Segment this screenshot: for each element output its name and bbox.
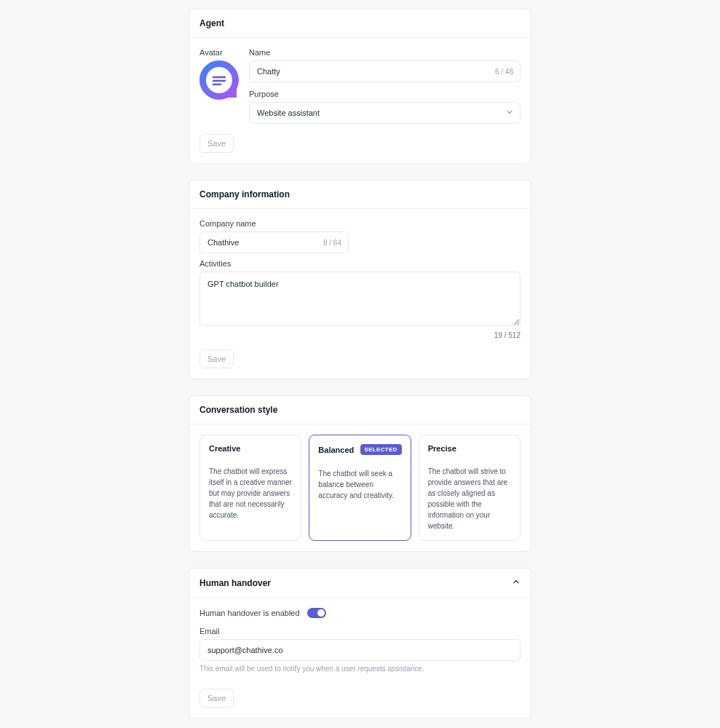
agent-section: Agent Avatar — [189, 9, 531, 164]
company-section: Company information Company name 8 / 64 … — [189, 180, 531, 379]
style-title: Precise — [428, 444, 456, 453]
purpose-label: Purpose — [249, 90, 521, 98]
handover-toggle[interactable] — [307, 608, 326, 618]
activities-textarea[interactable] — [199, 272, 521, 326]
avatar-icon — [199, 60, 239, 100]
name-label: Name — [249, 48, 521, 57]
style-option-creative[interactable]: Creative The chatbot will express itself… — [199, 435, 301, 541]
handover-header[interactable]: Human handover — [189, 569, 531, 598]
conversation-style-title: Conversation style — [199, 405, 521, 415]
handover-section: Human handover Human handover is enabled… — [189, 568, 531, 719]
avatar[interactable] — [199, 60, 239, 100]
company-title: Company information — [199, 189, 521, 199]
style-option-precise[interactable]: Precise The chatbot will strive to provi… — [419, 435, 521, 541]
purpose-select[interactable]: Website assistant — [249, 102, 521, 124]
activities-counter: 19 / 512 — [199, 331, 521, 339]
style-desc: The chatbot will strive to provide answe… — [428, 466, 511, 531]
agent-title: Agent — [199, 18, 521, 28]
name-input[interactable] — [249, 60, 521, 82]
avatar-label: Avatar — [199, 48, 239, 57]
company-header: Company information — [189, 181, 531, 209]
agent-save-button[interactable]: Save — [199, 134, 234, 153]
handover-email-label: Email — [199, 627, 521, 636]
handover-email-helper: This email will be used to notify you wh… — [199, 665, 521, 673]
style-option-balanced[interactable]: Balanced SELECTED The chatbot will seek … — [309, 435, 411, 541]
conversation-style-section: Conversation style Creative The chatbot … — [189, 395, 531, 552]
handover-save-button[interactable]: Save — [199, 689, 234, 708]
style-title: Creative — [209, 444, 240, 453]
selected-badge: SELECTED — [360, 444, 402, 455]
chevron-up-icon — [512, 577, 521, 588]
company-name-input[interactable] — [199, 232, 349, 253]
handover-email-input[interactable] — [199, 639, 521, 661]
style-title: Balanced — [318, 446, 354, 454]
toggle-knob — [317, 609, 325, 617]
handover-title: Human handover — [199, 578, 271, 588]
agent-header: Agent — [189, 9, 531, 38]
conversation-style-header: Conversation style — [189, 396, 531, 424]
company-save-button[interactable]: Save — [199, 349, 234, 368]
handover-enabled-label: Human handover is enabled — [199, 609, 300, 617]
company-name-label: Company name — [199, 219, 521, 228]
avatar-column: Avatar — [199, 48, 239, 124]
style-desc: The chatbot will seek a balance between … — [318, 468, 401, 501]
style-desc: The chatbot will express itself in a cre… — [209, 466, 292, 521]
activities-label: Activities — [199, 259, 521, 268]
